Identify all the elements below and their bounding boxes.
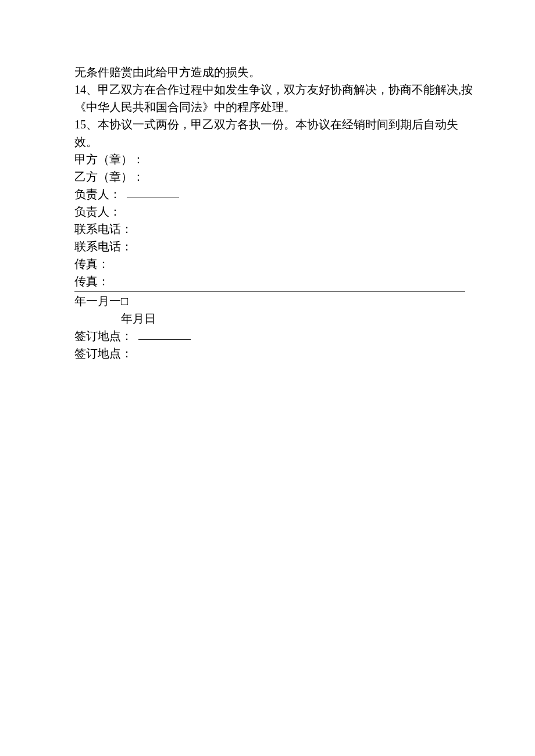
- party-a-seal: 甲方（章）：: [74, 151, 465, 168]
- signing-location-1: 签订地点：: [74, 328, 465, 345]
- label: 负责人：: [74, 188, 121, 200]
- text-line: 15、本协议一式两份，甲乙双方各执一份。本协议在经销时间到期后自动失: [74, 116, 465, 133]
- fax-1: 传真：: [74, 256, 465, 273]
- phone-2: 联系电话：: [74, 238, 465, 255]
- label: 签订地点：: [74, 329, 133, 342]
- date-line-2: 年月日: [74, 310, 465, 327]
- date-line-1: 年一月一□: [74, 293, 465, 310]
- text-line: 14、甲乙双方在合作过程中如发生争议，双方友好协商解决，协商不能解决,按: [74, 81, 465, 98]
- fax-2: 传真：: [74, 273, 465, 290]
- responsible-person-2: 负责人：: [74, 203, 465, 220]
- phone-1: 联系电话：: [74, 221, 465, 238]
- text-line: 无条件赔赏由此给甲方造成的损失。: [74, 64, 465, 81]
- text-line: 效。: [74, 134, 465, 151]
- blank-underline: [127, 198, 179, 198]
- horizontal-rule: [74, 291, 465, 292]
- blank-underline: [138, 339, 191, 340]
- responsible-person-1: 负责人：: [74, 186, 465, 203]
- signing-location-2: 签订地点：: [74, 345, 465, 362]
- text-line: 《中华人民共和国合同法》中的程序处理。: [74, 99, 465, 116]
- party-b-seal: 乙方（章）：: [74, 169, 465, 185]
- document-body: 无条件赔赏由此给甲方造成的损失。 14、甲乙双方在合作过程中如发生争议，双方友好…: [74, 64, 465, 362]
